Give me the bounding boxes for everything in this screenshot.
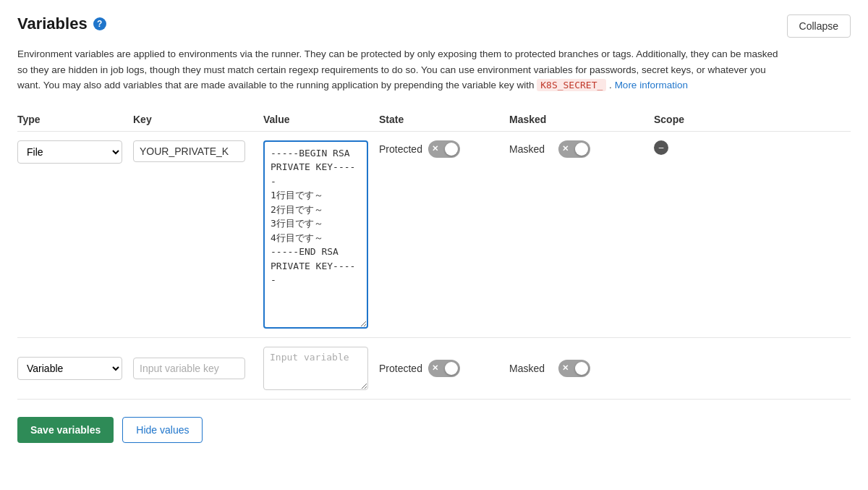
masked-cell-2: Masked ✕ bbox=[509, 360, 654, 377]
toggle-knob-2 bbox=[445, 362, 458, 375]
page-header: Variables ? Collapse bbox=[17, 14, 851, 38]
masked-toggle-2[interactable]: ✕ bbox=[558, 360, 590, 377]
protected-toggle-1[interactable]: ✕ bbox=[428, 140, 460, 158]
masked-cell-1: Masked ✕ bbox=[509, 140, 654, 158]
col-header-state: State bbox=[379, 114, 509, 125]
col-header-scope: Scope bbox=[654, 114, 741, 125]
state-cell-1: Protected ✕ bbox=[379, 140, 509, 158]
table-header: Type Key Value State Masked Scope bbox=[17, 108, 851, 132]
toggle-x-icon-1: ✕ bbox=[432, 145, 438, 153]
col-header-value: Value bbox=[263, 114, 379, 125]
scope-icon-1[interactable]: – bbox=[654, 140, 668, 155]
masked-toggle-knob-2 bbox=[575, 362, 588, 375]
help-icon[interactable]: ? bbox=[93, 17, 106, 30]
value-textarea-2[interactable] bbox=[263, 347, 368, 390]
state-label-2: Protected bbox=[379, 363, 422, 374]
masked-toggle-1[interactable]: ✕ bbox=[558, 140, 590, 158]
description: Environment variables are applied to env… bbox=[17, 46, 784, 93]
title-row: Variables ? bbox=[17, 14, 106, 33]
save-variables-button[interactable]: Save variables bbox=[17, 417, 114, 443]
type-cell-2: File Variable bbox=[17, 357, 133, 380]
col-header-type: Type bbox=[17, 114, 133, 125]
actions-row: Save variables Hide values bbox=[17, 417, 851, 443]
key-cell-2 bbox=[133, 358, 263, 379]
masked-toggle-x-icon-2: ✕ bbox=[562, 364, 569, 372]
toggle-knob-1 bbox=[445, 143, 458, 156]
masked-label-1: Masked bbox=[509, 143, 553, 155]
k8s-badge: K8S_SECRET_ bbox=[537, 79, 606, 91]
masked-toggle-x-icon-1: ✕ bbox=[562, 145, 569, 153]
hide-values-button[interactable]: Hide values bbox=[122, 417, 203, 443]
state-label-1: Protected bbox=[379, 143, 422, 155]
table-row: File Variable -----BEGIN RSA PRIVATE KEY… bbox=[17, 132, 851, 338]
col-header-key: Key bbox=[133, 114, 263, 125]
description-text-2: . bbox=[609, 80, 612, 90]
key-input-2[interactable] bbox=[133, 358, 245, 379]
state-cell-2: Protected ✕ bbox=[379, 360, 509, 377]
page-title: Variables bbox=[17, 14, 88, 33]
type-select-2[interactable]: File Variable bbox=[17, 357, 122, 380]
value-textarea-1[interactable]: -----BEGIN RSA PRIVATE KEY----- 1行目です～ 2… bbox=[263, 140, 368, 329]
key-cell-1 bbox=[133, 140, 263, 162]
col-header-masked: Masked bbox=[509, 114, 654, 125]
type-cell-1: File Variable bbox=[17, 140, 133, 164]
collapse-button[interactable]: Collapse bbox=[787, 14, 851, 38]
type-select-1[interactable]: File Variable bbox=[17, 140, 122, 164]
value-cell-2 bbox=[263, 347, 379, 390]
key-input-1[interactable] bbox=[133, 140, 245, 162]
masked-toggle-knob-1 bbox=[575, 143, 588, 156]
protected-toggle-2[interactable]: ✕ bbox=[428, 360, 460, 377]
more-info-link[interactable]: More information bbox=[615, 80, 688, 90]
value-cell-1: -----BEGIN RSA PRIVATE KEY----- 1行目です～ 2… bbox=[263, 140, 379, 329]
masked-label-2: Masked bbox=[509, 363, 553, 374]
new-variable-row: File Variable Protected ✕ Masked ✕ bbox=[17, 338, 851, 400]
toggle-x-icon-2: ✕ bbox=[432, 364, 438, 372]
scope-cell-1: – bbox=[654, 140, 741, 155]
